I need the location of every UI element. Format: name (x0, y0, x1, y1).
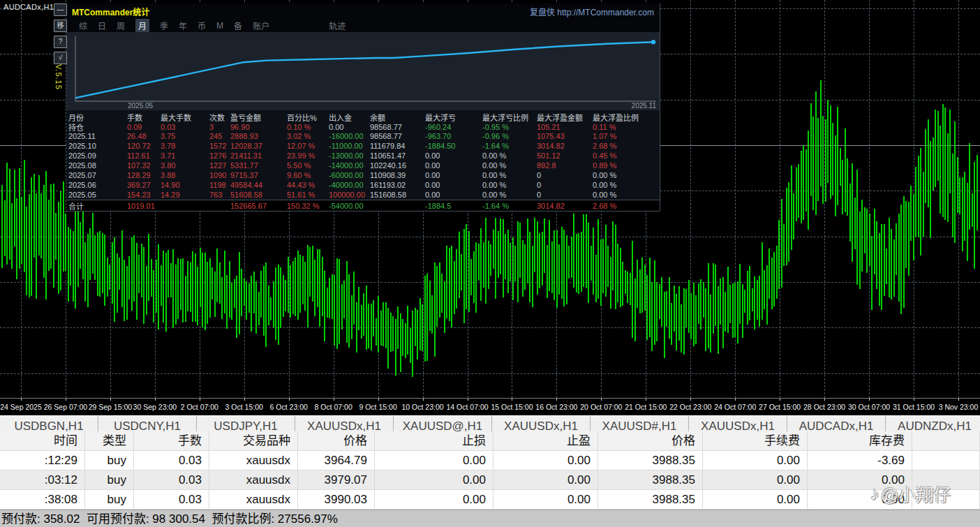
x-axis-label: 20 Oct 07:00 (580, 403, 622, 411)
trades-cell: buy (85, 451, 134, 470)
chart-tab[interactable]: XAUUSD@,H1 (394, 416, 492, 432)
trades-cell: xauusdx (209, 470, 298, 490)
trades-cell: 0.00 (493, 451, 598, 470)
stats-cell: 98568.77 (370, 132, 425, 140)
chart-tab[interactable]: USDBGN,H1 (0, 416, 98, 432)
watermark: ♪ @小翔仔 (870, 481, 951, 506)
panel-titlebar[interactable]: MTCommander统计 复盘侠 http://MTCommander.com (66, 3, 660, 19)
stats-cell: 百分比% (287, 112, 329, 123)
chart-tab[interactable]: USDCNY,H1 (98, 416, 197, 432)
trades-cell: 0.00 (375, 470, 493, 490)
trades-cell: buy (85, 470, 134, 490)
grid-line-horizontal (0, 373, 980, 374)
stats-cell: 0.00 (425, 151, 482, 160)
x-axis-label: 31 Oct 15:00 (893, 403, 935, 411)
stats-cell: -963.70 (425, 132, 482, 140)
minimize-button[interactable]: — (54, 3, 67, 16)
panel-menu-item[interactable]: M (216, 21, 223, 31)
stats-cell: 120.72 (127, 142, 161, 150)
stats-cell: 110908.39 (370, 171, 425, 179)
stats-cell: 手数 (127, 112, 161, 123)
stats-cell: 0.00 % (482, 151, 537, 160)
panel-menu-item-trajectory[interactable]: 轨迹 (329, 20, 346, 31)
chart-tab[interactable]: AUDNZDx,H1 (886, 416, 980, 432)
stats-cell: 102240.16 (370, 161, 425, 170)
stats-row: 2025.09112.613.71127621411.3123.99 %-130… (66, 151, 660, 161)
help-button[interactable]: ? (54, 36, 67, 48)
stats-cell: 21411.31 (230, 151, 287, 160)
panel-menu-item[interactable]: 日 (98, 20, 106, 31)
grid-line-horizontal (0, 327, 980, 328)
stats-cell: 0.10 % (287, 123, 329, 131)
grid-line-horizontal (0, 237, 980, 237)
stats-cell: 0.00 % (593, 171, 660, 179)
panel-menu-item[interactable]: 周 (117, 20, 125, 31)
trades-cell: 3979.07 (298, 470, 375, 490)
trades-row[interactable]: :03:12buy0.03xauusdx3979.070.000.003988.… (0, 470, 980, 490)
trades-cell: 交易品种 (209, 431, 298, 451)
stats-cell: 2025.10 (68, 142, 127, 150)
panel-menu-item[interactable]: 年 (179, 20, 187, 31)
panel-menu-item[interactable]: 备 (234, 20, 242, 31)
chart-tab[interactable]: XAUUSDx,H1 (295, 416, 394, 432)
stats-cell: 2025.11 (68, 132, 127, 140)
stats-cell: 150.32 % (287, 202, 329, 210)
move-button[interactable]: 移 (54, 20, 67, 32)
stats-cell: 1019.01 (127, 202, 161, 210)
x-axis-tick (244, 399, 245, 401)
stats-cell: -54000.00 (329, 202, 370, 210)
stats-cell: 51608.58 (230, 191, 287, 199)
panel-title: MTCommander统计 (72, 6, 149, 17)
panel-menu-item[interactable]: 月 (135, 19, 149, 32)
panel-menu-item[interactable]: 综 (79, 20, 87, 31)
stats-cell: 151608.58 (370, 191, 425, 199)
panel-menu-item[interactable]: 账户 (253, 20, 269, 31)
stats-cell: 盈亏金额 (230, 112, 287, 123)
stats-row: 2025.06369.2714.90119849584.4444.43 %-40… (66, 180, 660, 190)
x-axis-tick (468, 399, 468, 401)
mtcommander-panel: MTCommander统计 复盘侠 http://MTCommander.com… (66, 3, 660, 211)
chart-tab[interactable]: XAUUSDx,H1 (492, 416, 591, 432)
stats-cell: 2.68 % (593, 202, 660, 210)
stats-cell: 0 (537, 171, 593, 179)
stats-cell: 3.88 (161, 171, 209, 179)
time-axis[interactable]: 24 Sep 202526 Sep 07:0029 Sep 15:0030 Se… (0, 398, 980, 415)
chart-tab[interactable]: XAUUSD#,H1 (591, 416, 689, 432)
x-axis-label: 30 Oct 07:00 (848, 403, 890, 411)
chart-tab[interactable]: XAUUSDx,H1 (689, 416, 787, 432)
stats-cell: 2025.09 (68, 151, 127, 160)
panel-brand-link[interactable]: 复盘侠 http://MTCommander.com (530, 6, 654, 17)
chart-tab[interactable]: USDJPY,H1 (197, 416, 295, 432)
chart-tab[interactable]: AUDCADx,H1 (787, 416, 886, 432)
stats-cell: 最大浮盈金额 (537, 112, 593, 123)
stats-cell: 105.21 (537, 123, 593, 131)
stats-row: 2025.08107.323.8012275331.775.50 %-14000… (66, 161, 660, 170)
panel-menu-item[interactable]: 币 (198, 20, 206, 31)
x-axis-tick (601, 399, 602, 401)
trades-cell: 3988.35 (598, 451, 703, 470)
x-axis-label: 8 Oct 07:00 (314, 403, 352, 411)
stats-cell: 9.60 % (287, 171, 329, 179)
stats-cell: 892.8 (537, 161, 593, 170)
stats-cell: 154.23 (127, 191, 161, 199)
trades-cell: 手数 (134, 431, 209, 451)
version-label: V.5.15 (54, 64, 63, 90)
status-bar: 预付款: 358.02 可用预付款: 98 300.54 预付款比例: 2755… (0, 510, 980, 527)
stats-cell: -1.64 % (482, 142, 537, 150)
trades-cell: 3988.35 (598, 490, 703, 510)
trades-cell: 0.00 (703, 451, 808, 470)
trades-cell: 0.03 (134, 470, 209, 490)
confirm-button[interactable]: √ (54, 52, 67, 64)
stats-cell: 2025.05 (68, 191, 127, 199)
stats-cell: 最大浮亏比例 (482, 112, 537, 123)
trades-row[interactable]: :38:08buy0.03xauusdx3990.030.000.003988.… (0, 490, 980, 510)
stats-cell: 0.89 % (593, 161, 660, 170)
panel-menu-item[interactable]: 季 (160, 20, 168, 31)
stats-cell: 3014.82 (537, 202, 593, 210)
trades-cell: 库存费 (808, 431, 912, 451)
stats-cell: 0.00 % (482, 191, 537, 199)
panel-side-toolbar: —移?√ (54, 3, 68, 68)
x-axis-tick (869, 399, 870, 401)
trades-row[interactable]: :12:29buy0.03xauusdx3964.790.000.003988.… (0, 451, 980, 470)
stats-cell: 763 (209, 191, 230, 199)
